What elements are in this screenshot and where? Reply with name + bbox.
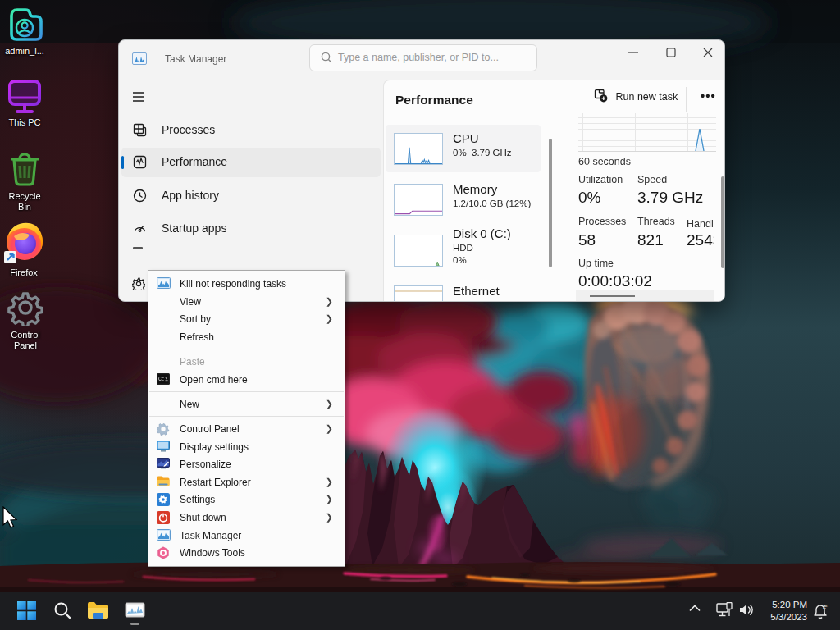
svg-text:z: z bbox=[825, 603, 828, 608]
